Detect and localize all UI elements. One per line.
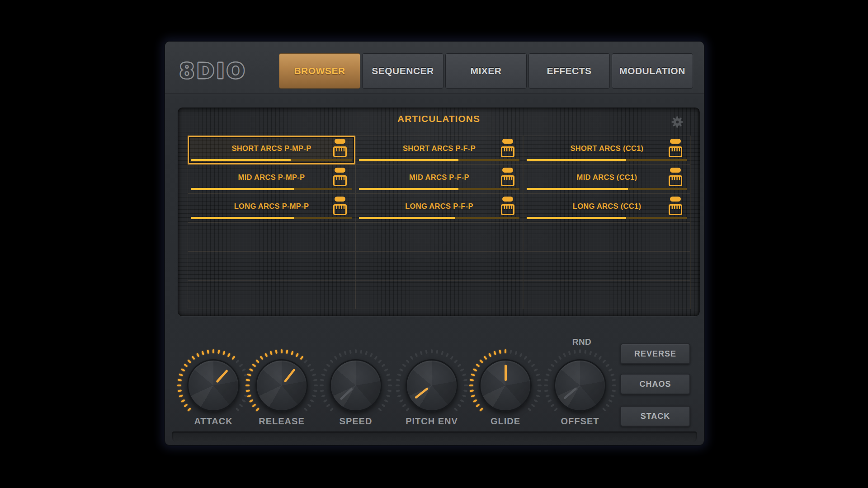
reverse-button[interactable]: REVERSE — [620, 343, 690, 364]
articulation-slot-empty — [188, 280, 355, 309]
articulation-label: LONG ARCS (CC1) — [524, 198, 689, 214]
articulation-cell-long-arcs-cc1[interactable]: LONG ARCS (CC1) — [523, 193, 691, 222]
articulation-slot-empty — [523, 280, 691, 309]
articulation-volume-slider[interactable] — [191, 159, 352, 161]
articulation-cell-short-arcs-p-mp-p[interactable]: SHORT ARCS P-MP-P — [188, 136, 355, 164]
articulation-cell-long-arcs-p-f-p[interactable]: LONG ARCS P-F-P — [355, 193, 523, 222]
keyswitch-keyboard-icon[interactable] — [501, 196, 514, 216]
volume-fill — [527, 188, 628, 190]
volume-fill — [191, 217, 294, 219]
tab-modulation[interactable]: MODULATION — [612, 53, 693, 89]
tab-browser[interactable]: BROWSER — [279, 53, 360, 89]
articulation-label: MID ARCS P-F-P — [357, 169, 522, 185]
rnd-label: RND — [564, 337, 600, 347]
volume-fill — [359, 159, 458, 161]
keyswitch-keyboard-icon[interactable] — [669, 138, 682, 158]
articulation-cell-mid-arcs-cc1[interactable]: MID ARCS (CC1) — [523, 164, 691, 193]
svg-text:8DIO: 8DIO — [179, 58, 247, 83]
knob-pointer — [283, 368, 295, 382]
plugin-window: 8DIO BROWSER SEQUENCER MIXER EFFECTS MOD… — [165, 42, 704, 445]
header-bar: 8DIO BROWSER SEQUENCER MIXER EFFECTS MOD… — [165, 42, 704, 94]
header-divider — [165, 94, 704, 94]
articulation-volume-slider[interactable] — [359, 188, 519, 190]
articulation-slot-empty — [355, 251, 523, 280]
articulation-volume-slider[interactable] — [359, 217, 519, 219]
knob-pointer — [505, 365, 507, 381]
volume-fill — [359, 217, 455, 219]
articulation-slot-empty — [523, 222, 691, 251]
keyswitch-keyboard-icon[interactable] — [333, 196, 347, 216]
articulation-label: LONG ARCS P-F-P — [357, 198, 522, 214]
articulation-slot-empty — [355, 222, 523, 251]
articulation-label: LONG ARCS P-MP-P — [189, 198, 354, 214]
keyswitch-keyboard-icon[interactable] — [501, 167, 514, 187]
tab-bar: BROWSER SEQUENCER MIXER EFFECTS MODULATI… — [279, 53, 693, 89]
articulation-label: SHORT ARCS P-F-P — [357, 141, 522, 156]
keyswitch-keyboard-icon[interactable] — [333, 138, 347, 158]
articulation-label: SHORT ARCS P-MP-P — [189, 141, 354, 156]
panel-title: ARTICULATIONS — [178, 113, 700, 124]
articulation-volume-slider[interactable] — [527, 159, 687, 161]
articulation-slot-empty — [523, 251, 691, 280]
articulation-volume-slider[interactable] — [527, 217, 687, 219]
knob-pointer — [340, 388, 354, 400]
articulation-cell-mid-arcs-p-f-p[interactable]: MID ARCS P-F-P — [355, 164, 523, 193]
articulation-volume-slider[interactable] — [527, 188, 687, 190]
gear-icon[interactable] — [670, 115, 684, 129]
volume-fill — [359, 188, 458, 190]
knob-pointer — [216, 369, 228, 383]
keyswitch-keyboard-icon[interactable] — [669, 196, 682, 216]
volume-fill — [527, 217, 626, 219]
articulation-slot-empty — [188, 222, 355, 251]
articulation-volume-slider[interactable] — [191, 188, 352, 190]
chaos-button[interactable]: CHAOS — [620, 374, 690, 394]
articulation-cell-short-arcs-cc1[interactable]: SHORT ARCS (CC1) — [523, 136, 691, 164]
tab-sequencer[interactable]: SEQUENCER — [362, 53, 443, 89]
knob-offset[interactable]: OFFSET — [543, 348, 617, 422]
knob-pointer — [415, 387, 429, 399]
articulation-slot-empty — [355, 280, 523, 309]
articulation-cell-mid-arcs-p-mp-p[interactable]: MID ARCS P-MP-P — [188, 164, 355, 193]
articulation-volume-slider[interactable] — [191, 217, 352, 219]
knob-label: OFFSET — [534, 416, 626, 427]
knob-pointer — [563, 388, 577, 400]
articulation-label: MID ARCS P-MP-P — [189, 169, 354, 185]
tab-effects[interactable]: EFFECTS — [528, 53, 610, 89]
articulation-label: MID ARCS (CC1) — [524, 169, 689, 185]
keyswitch-keyboard-icon[interactable] — [333, 167, 347, 187]
volume-fill — [191, 159, 291, 161]
articulation-cell-long-arcs-p-mp-p[interactable]: LONG ARCS P-MP-P — [188, 193, 355, 222]
bottom-strip — [172, 432, 697, 442]
articulations-panel: ARTICULATIONS — [178, 108, 700, 316]
articulation-label: SHORT ARCS (CC1) — [524, 141, 689, 156]
stage: 8DIO BROWSER SEQUENCER MIXER EFFECTS MOD… — [0, 0, 868, 488]
brand-logo: 8DIO — [179, 58, 269, 85]
articulation-slot-empty — [188, 251, 355, 280]
articulation-cell-short-arcs-p-f-p[interactable]: SHORT ARCS P-F-P — [355, 136, 523, 164]
keyswitch-keyboard-icon[interactable] — [669, 167, 682, 187]
tab-mixer[interactable]: MIXER — [445, 53, 527, 89]
stack-button[interactable]: STACK — [620, 406, 690, 427]
keyswitch-keyboard-icon[interactable] — [501, 138, 514, 158]
volume-fill — [191, 188, 294, 190]
volume-fill — [527, 159, 626, 161]
articulation-grid: SHORT ARCS P-MP-P SHORT ARCS P-F-P — [188, 136, 691, 309]
articulation-volume-slider[interactable] — [359, 159, 519, 161]
